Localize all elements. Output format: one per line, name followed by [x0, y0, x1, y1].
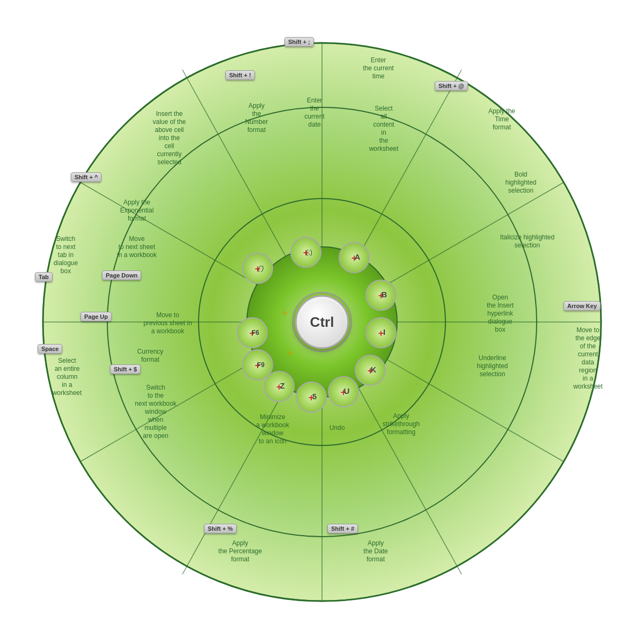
key-badge-arrow: Arrow Key — [564, 301, 601, 311]
svg-text:Z: Z — [280, 381, 284, 390]
key-shift-exclaim: Shift + ! — [225, 70, 255, 80]
key-shift-hash: Shift + # — [327, 523, 358, 533]
key-badge-shift-semicolon: Shift + ; — [284, 37, 314, 47]
svg-text:F9: F9 — [257, 361, 265, 369]
key-badge-shift-exclaim: Shift + ! — [225, 70, 255, 80]
key-badge-shift-at: Shift + @ — [435, 81, 468, 91]
key-badge-shift-caret: Shift + ^ — [71, 172, 101, 182]
key-badge-shift-dollar: Shift + $ — [110, 364, 141, 374]
key-shift-at: Shift + @ — [435, 80, 468, 91]
ctrl-center: Ctrl — [295, 295, 349, 349]
svg-text:F6: F6 — [252, 329, 259, 336]
key-space: Space — [38, 343, 62, 354]
key-arrow: Arrow Key — [564, 301, 601, 311]
wheel-container: + + + + + + + + + + + (') (;) A B I K U … — [27, 27, 617, 617]
svg-text:(;): (;) — [306, 248, 312, 256]
key-shift-percent: Shift + % — [204, 523, 237, 533]
key-pagedown: Page Down — [102, 270, 141, 280]
svg-text:+: + — [281, 307, 288, 319]
key-badge-pagedown: Page Down — [102, 270, 141, 280]
key-tab: Tab — [35, 272, 53, 282]
key-badge-tab: Tab — [35, 272, 53, 282]
svg-text:A: A — [355, 252, 361, 261]
key-shift-caret: Shift + ^ — [71, 172, 101, 182]
svg-text:+: + — [287, 347, 293, 359]
key-pageup: Page Up — [80, 311, 112, 321]
key-badge-space: Space — [38, 344, 62, 354]
svg-text:K: K — [371, 365, 377, 374]
svg-text:I: I — [383, 327, 385, 336]
key-shift-semicolon: Shift + ; — [284, 36, 314, 47]
key-badge-pageup: Page Up — [80, 312, 112, 321]
svg-text:B: B — [382, 290, 387, 299]
svg-text:('): (') — [258, 264, 264, 272]
key-shift-dollar: Shift + $ — [110, 364, 141, 374]
key-badge-shift-percent: Shift + % — [204, 524, 237, 533]
svg-text:U: U — [344, 386, 350, 396]
key-badge-shift-hash: Shift + # — [327, 524, 358, 533]
svg-text:5: 5 — [312, 392, 317, 401]
